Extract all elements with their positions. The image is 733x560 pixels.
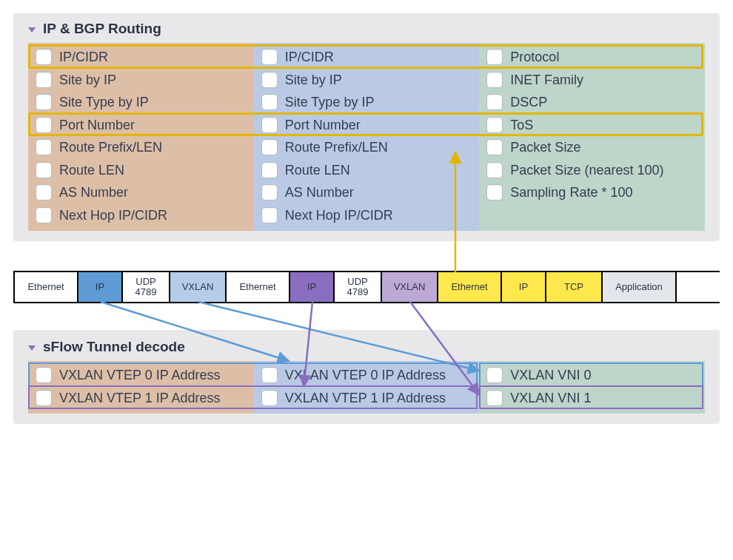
collapse-icon — [28, 339, 36, 355]
sflow-item-col3-0[interactable]: VXLAN VNI 0 — [483, 364, 700, 387]
item-label: ToS — [510, 117, 533, 134]
item-label: IP/CIDR — [59, 49, 108, 66]
checkbox[interactable] — [36, 117, 52, 133]
item-label: VXLAN VTEP 1 IP Address — [285, 390, 446, 407]
checkbox[interactable] — [261, 367, 278, 383]
checkbox[interactable] — [36, 184, 52, 200]
svg-marker-0 — [28, 27, 36, 33]
item-label: Packet Size — [510, 139, 580, 156]
item-label: VXLAN VNI 1 — [510, 390, 591, 407]
checkbox[interactable] — [486, 139, 503, 155]
col-dst: VXLAN VTEP 0 IP AddressVXLAN VTEP 1 IP A… — [254, 361, 480, 414]
item-label: INET Family — [510, 72, 583, 89]
item-label: Site by IP — [59, 72, 116, 89]
checkbox[interactable] — [36, 72, 52, 88]
ipbgp-item-col3-3[interactable]: ToS — [483, 114, 700, 137]
panel-sflow-columns: VXLAN VTEP 0 IP AddressVXLAN VTEP 1 IP A… — [28, 361, 705, 414]
checkbox[interactable] — [36, 139, 52, 155]
checkbox[interactable] — [486, 162, 503, 178]
checkbox[interactable] — [486, 72, 503, 88]
col-src: VXLAN VTEP 0 IP AddressVXLAN VTEP 1 IP A… — [28, 361, 254, 414]
checkbox[interactable] — [261, 390, 278, 406]
col-src: IP/CIDRSite by IPSite Type by IPPort Num… — [28, 43, 254, 231]
item-label: VXLAN VNI 0 — [510, 367, 591, 384]
ipbgp-item-col1-5[interactable]: Route LEN — [33, 159, 250, 182]
panel-ip-bgp-header[interactable]: IP & BGP Routing — [28, 18, 705, 43]
checkbox[interactable] — [261, 94, 278, 110]
ipbgp-item-col1-0[interactable]: IP/CIDR — [33, 46, 250, 69]
checkbox[interactable] — [36, 94, 52, 110]
packet-seg-application: Application — [603, 272, 677, 302]
ipbgp-item-col1-7[interactable]: Next Hop IP/CIDR — [33, 204, 250, 227]
checkbox[interactable] — [486, 94, 503, 110]
ipbgp-item-col2-3[interactable]: Port Number — [258, 114, 475, 137]
item-label: AS Number — [59, 184, 128, 201]
ipbgp-item-col3-1[interactable]: INET Family — [483, 69, 700, 92]
packet-seg-tcp: TCP — [546, 272, 603, 302]
item-label: Packet Size (nearest 100) — [510, 162, 663, 179]
packet-seg-ip: IP — [290, 272, 335, 302]
ipbgp-item-col2-0[interactable]: IP/CIDR — [258, 46, 475, 69]
ipbgp-item-col1-6[interactable]: AS Number — [33, 181, 250, 204]
checkbox[interactable] — [261, 72, 278, 88]
sflow-item-col1-0[interactable]: VXLAN VTEP 0 IP Address — [33, 364, 250, 387]
ipbgp-item-col2-1[interactable]: Site by IP — [258, 69, 475, 92]
ipbgp-item-col2-2[interactable]: Site Type by IP — [258, 91, 475, 114]
item-label: Port Number — [285, 117, 361, 134]
ipbgp-item-col2-7[interactable]: Next Hop IP/CIDR — [258, 204, 475, 227]
ipbgp-item-col3-4[interactable]: Packet Size — [483, 136, 700, 159]
ipbgp-item-col1-4[interactable]: Route Prefix/LEN — [33, 136, 250, 159]
sflow-item-col1-1[interactable]: VXLAN VTEP 1 IP Address — [33, 387, 250, 410]
packet-seg-vxlan: VXLAN — [382, 272, 438, 302]
item-label: Route LEN — [59, 162, 124, 179]
sflow-item-col2-0[interactable]: VXLAN VTEP 0 IP Address — [258, 364, 475, 387]
packet-structure: EthernetIPUDP 4789VXLANEthernetIPUDP 478… — [13, 271, 720, 303]
ipbgp-item-col3-2[interactable]: DSCP — [483, 91, 700, 114]
ipbgp-item-col3-0[interactable]: Protocol — [483, 46, 700, 69]
item-label: Site by IP — [285, 72, 342, 89]
checkbox[interactable] — [261, 117, 278, 133]
packet-seg-ethernet: Ethernet — [438, 272, 502, 302]
ipbgp-item-col1-2[interactable]: Site Type by IP — [33, 91, 250, 114]
checkbox[interactable] — [261, 162, 278, 178]
checkbox[interactable] — [36, 390, 52, 406]
panel-sflow-title: sFlow Tunnel decode — [43, 339, 185, 355]
item-label: Protocol — [510, 49, 559, 66]
checkbox[interactable] — [261, 139, 278, 155]
item-label: Route Prefix/LEN — [285, 139, 388, 156]
packet-seg-ethernet: Ethernet — [15, 272, 78, 302]
ipbgp-item-col2-4[interactable]: Route Prefix/LEN — [258, 136, 475, 159]
checkbox[interactable] — [261, 49, 278, 65]
checkbox[interactable] — [486, 390, 503, 406]
ipbgp-item-col1-3[interactable]: Port Number — [33, 114, 250, 137]
panel-sflow-header[interactable]: sFlow Tunnel decode — [28, 336, 705, 361]
checkbox[interactable] — [36, 207, 52, 223]
item-label: VXLAN VTEP 1 IP Address — [59, 390, 220, 407]
checkbox[interactable] — [486, 49, 503, 65]
checkbox[interactable] — [261, 184, 278, 200]
panel-ip-bgp-title: IP & BGP Routing — [43, 21, 161, 37]
ipbgp-item-col3-6[interactable]: Sampling Rate * 100 — [483, 181, 700, 204]
ipbgp-item-col2-5[interactable]: Route LEN — [258, 159, 475, 182]
packet-seg-ip: IP — [502, 272, 546, 302]
checkbox[interactable] — [36, 367, 52, 383]
sflow-item-col2-1[interactable]: VXLAN VTEP 1 IP Address — [258, 387, 475, 410]
checkbox[interactable] — [36, 162, 52, 178]
ipbgp-item-col3-5[interactable]: Packet Size (nearest 100) — [483, 159, 700, 182]
item-label: Sampling Rate * 100 — [510, 184, 632, 201]
checkbox[interactable] — [261, 207, 278, 223]
checkbox[interactable] — [36, 49, 52, 65]
checkbox[interactable] — [486, 117, 503, 133]
item-label: AS Number — [285, 184, 354, 201]
sflow-item-col3-1[interactable]: VXLAN VNI 1 — [483, 387, 700, 410]
item-label: Route Prefix/LEN — [59, 139, 162, 156]
item-label: Port Number — [59, 117, 135, 134]
item-label: Next Hop IP/CIDR — [59, 207, 167, 224]
checkbox[interactable] — [486, 184, 503, 200]
ipbgp-item-col2-6[interactable]: AS Number — [258, 181, 475, 204]
col-other: ProtocolINET FamilyDSCPToSPacket SizePac… — [479, 43, 705, 231]
item-label: Next Hop IP/CIDR — [285, 207, 393, 224]
packet-seg-vxlan: VXLAN — [170, 272, 227, 302]
ipbgp-item-col1-1[interactable]: Site by IP — [33, 69, 250, 92]
checkbox[interactable] — [486, 367, 503, 383]
